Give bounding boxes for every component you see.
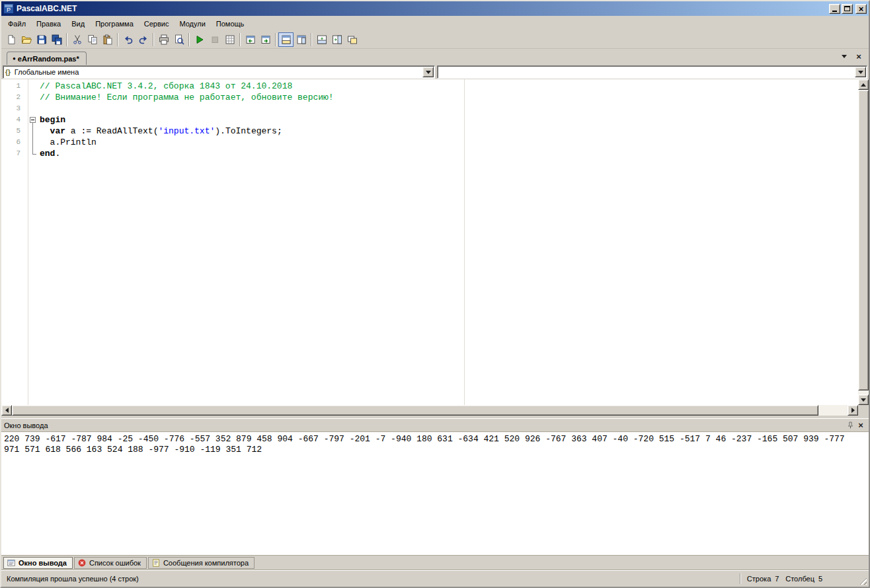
outtab-icon: [7, 558, 16, 568]
document-tab-strip: ● eArrRandom.pas*: [1, 49, 869, 65]
previous-window-button[interactable]: [243, 32, 258, 47]
paste-button[interactable]: [100, 32, 115, 47]
dropdown-button[interactable]: [855, 67, 866, 77]
close-output-button[interactable]: [855, 421, 866, 430]
code-token: a.Println: [40, 137, 97, 147]
svg-text:P: P: [7, 7, 11, 13]
next-window-button[interactable]: [258, 32, 273, 47]
fold-collapse-icon[interactable]: [28, 114, 38, 126]
menu-view[interactable]: Вид: [66, 17, 90, 30]
cut-button[interactable]: [69, 32, 85, 47]
bottom-tab-strip: Окно выводаСписок ошибокСообщения компил…: [1, 555, 869, 570]
fold-margin: [28, 126, 38, 137]
member-combobox[interactable]: [437, 65, 867, 79]
new-file-button[interactable]: [3, 32, 19, 47]
menu-modules[interactable]: Модули: [174, 17, 210, 30]
close-icon: [856, 52, 861, 61]
preview-icon: [174, 34, 184, 45]
editor-text-area[interactable]: 1// PascalABC.NET 3.4.2, сборка 1843 от …: [1, 79, 858, 405]
code-line: 2// Внимание! Если программа не работает…: [1, 92, 858, 103]
undo-icon: [123, 34, 134, 45]
tab-label: Окно вывода: [19, 559, 67, 567]
expression-calculator-button[interactable]: [222, 32, 237, 47]
tab-error-list[interactable]: Список ошибок: [74, 557, 147, 569]
vertical-scrollbar[interactable]: [858, 79, 869, 405]
save-icon: [36, 34, 47, 45]
scope-combobox[interactable]: {} Глобальные имена: [3, 65, 435, 79]
dock-output-bottom-button[interactable]: [314, 32, 329, 47]
undo-button[interactable]: [120, 32, 136, 47]
resize-grip[interactable]: [858, 576, 867, 585]
horizontal-scrollbar[interactable]: [1, 405, 858, 416]
code-text: // Внимание! Если программа не работает,…: [38, 92, 334, 103]
layout1-icon: [317, 34, 327, 45]
toggle-debug-window-button[interactable]: [294, 32, 309, 47]
fold-margin: [28, 148, 38, 159]
scroll-up-button[interactable]: [858, 79, 869, 90]
navigation-bar: {} Глобальные имена: [1, 65, 869, 79]
float-output-window-button[interactable]: [344, 32, 360, 47]
menu-program[interactable]: Программа: [90, 17, 139, 30]
dropdown-button[interactable]: [422, 67, 434, 77]
pin-button[interactable]: [845, 421, 855, 430]
tab-compiler-messages[interactable]: Сообщения компилятора: [148, 557, 255, 569]
horizontal-scrollbar-thumb[interactable]: [12, 405, 818, 416]
menu-help[interactable]: Помощь: [211, 17, 250, 30]
save-all-button[interactable]: [49, 32, 64, 47]
print-button[interactable]: [156, 32, 171, 47]
line-number-value: 7: [775, 575, 781, 583]
copy-icon: [87, 34, 98, 45]
scroll-left-button[interactable]: [1, 405, 12, 416]
modified-dot-icon: ●: [13, 55, 16, 61]
close-tab-button[interactable]: [854, 52, 863, 61]
run-program-button[interactable]: [192, 32, 207, 47]
outputwin-icon: [281, 34, 292, 45]
open-file-button[interactable]: [19, 32, 34, 47]
arrow-up-icon: [861, 83, 866, 87]
code-token: 'input.txt': [158, 126, 215, 136]
close-button[interactable]: [855, 4, 867, 14]
line-number: 6: [1, 137, 28, 148]
print-preview-button[interactable]: [171, 32, 186, 47]
output-line: 220 739 -617 -787 984 -25 -450 -776 -557…: [4, 434, 866, 445]
copy-button[interactable]: [85, 32, 100, 47]
menu-file[interactable]: Файл: [3, 17, 31, 30]
status-separator: [740, 573, 740, 584]
code-line: 3: [1, 103, 858, 114]
window-controls: [829, 4, 867, 14]
run-icon: [194, 34, 205, 45]
status-message: Компиляция прошла успешно (4 строк): [7, 575, 740, 583]
title-bar[interactable]: P PascalABC.NET: [1, 1, 869, 16]
chevron-down-icon: [858, 71, 863, 74]
tab-output-window[interactable]: Окно вывода: [3, 557, 73, 569]
calc-icon: [225, 34, 235, 45]
output-window[interactable]: 220 739 -617 -787 984 -25 -450 -776 -557…: [1, 431, 869, 555]
dock-output-right-button[interactable]: [329, 32, 344, 47]
line-number: 7: [1, 148, 28, 159]
toggle-output-window-button[interactable]: [278, 32, 294, 47]
code-text: [38, 103, 40, 114]
toolbar: [1, 31, 869, 49]
menu-service[interactable]: Сервис: [139, 17, 175, 30]
maximize-button[interactable]: [842, 4, 853, 14]
scroll-right-button[interactable]: [848, 405, 858, 416]
redo-button[interactable]: [136, 32, 151, 47]
layout2-icon: [332, 34, 342, 45]
tab-strip-controls: [840, 52, 866, 65]
winnext-icon: [260, 34, 271, 45]
vertical-scrollbar-thumb[interactable]: [858, 90, 869, 390]
window-title: PascalABC.NET: [17, 4, 829, 13]
arrow-left-icon: [5, 408, 9, 413]
toolbar-separator: [188, 33, 190, 46]
tab-list-dropdown-button[interactable]: [840, 52, 849, 61]
save-file-button[interactable]: [34, 32, 49, 47]
chevron-down-icon: [842, 55, 847, 58]
scroll-down-button[interactable]: [858, 394, 869, 405]
arrow-down-icon: [861, 398, 866, 402]
menu-edit[interactable]: Правка: [31, 17, 66, 30]
column-label: Столбец: [785, 575, 814, 583]
minimize-button[interactable]: [829, 4, 840, 14]
note-icon: [151, 558, 161, 568]
document-tab[interactable]: ● eArrRandom.pas*: [7, 52, 87, 65]
fold-margin: [28, 137, 38, 148]
